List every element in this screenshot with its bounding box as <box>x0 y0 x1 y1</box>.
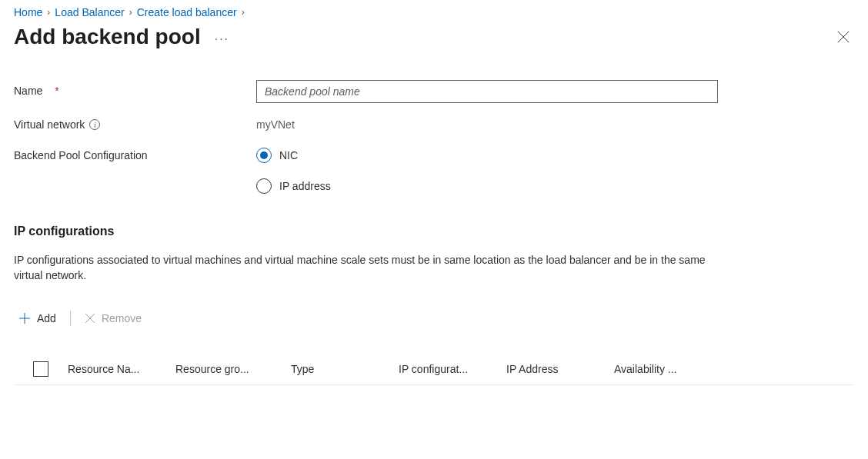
col-resource-name[interactable]: Resource Na... <box>68 363 175 375</box>
close-icon <box>85 313 95 324</box>
plus-icon <box>18 312 31 324</box>
ip-config-section-title: IP configurations <box>14 225 854 238</box>
name-input[interactable] <box>256 80 718 103</box>
config-radio-ip[interactable]: IP address <box>256 178 718 194</box>
select-all-checkbox[interactable] <box>33 361 48 377</box>
config-radio-nic[interactable]: NIC <box>256 148 718 163</box>
chevron-right-icon: › <box>242 7 245 18</box>
radio-icon <box>256 178 272 194</box>
vnet-value: myVNet <box>256 114 718 131</box>
vnet-label: Virtual network i <box>14 114 256 131</box>
name-label: Name * <box>14 80 256 97</box>
breadcrumb-load-balancer[interactable]: Load Balancer <box>55 6 124 18</box>
col-type[interactable]: Type <box>291 363 399 375</box>
ip-config-table-header: Resource Na... Resource gro... Type IP c… <box>14 354 854 385</box>
close-button[interactable] <box>833 26 854 48</box>
breadcrumb-home[interactable]: Home <box>14 6 42 18</box>
radio-icon <box>256 148 272 163</box>
ip-config-section-description: IP configurations associated to virtual … <box>14 252 722 283</box>
toolbar-divider <box>70 311 71 326</box>
chevron-right-icon: › <box>129 7 132 18</box>
info-icon[interactable]: i <box>89 119 100 130</box>
close-icon <box>837 31 850 43</box>
config-radio-group: NIC IP address <box>256 145 718 194</box>
more-actions-button[interactable]: ··· <box>215 28 229 46</box>
col-ip-config[interactable]: IP configurat... <box>399 363 506 375</box>
page-header: Add backend pool ··· <box>14 25 854 49</box>
col-ip-address[interactable]: IP Address <box>506 363 614 375</box>
breadcrumb-create-lb[interactable]: Create load balancer <box>137 6 237 18</box>
remove-button: Remove <box>85 312 142 324</box>
config-label: Backend Pool Configuration <box>14 145 256 161</box>
ip-config-toolbar: Add Remove <box>14 311 854 326</box>
add-button[interactable]: Add <box>18 312 56 324</box>
chevron-right-icon: › <box>47 7 50 18</box>
col-availability[interactable]: Availability ... <box>614 363 729 375</box>
page-title: Add backend pool <box>14 25 201 49</box>
breadcrumb: Home › Load Balancer › Create load balan… <box>14 6 854 18</box>
col-resource-group[interactable]: Resource gro... <box>175 363 291 375</box>
